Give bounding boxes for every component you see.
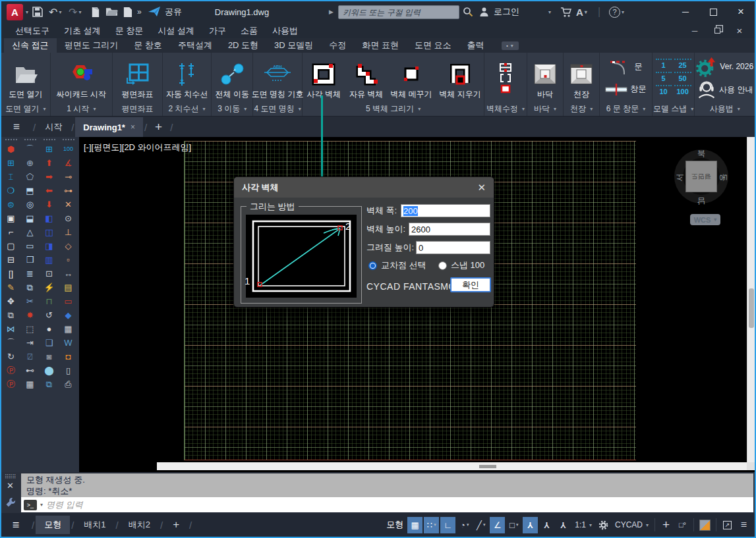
ribbon-tab-4[interactable]: 주택설계 <box>170 38 220 53</box>
dialog-title-bar[interactable]: 사각 벽체 ✕ <box>234 177 494 198</box>
cycad-start-button[interactable]: 싸이캐드 시작 <box>57 57 106 100</box>
wcs-dropdown[interactable]: WCS▾ <box>690 214 720 225</box>
stretch-down-icon[interactable]: ⬇ <box>42 198 57 211</box>
group-label[interactable]: 6 문 창문▾ <box>600 102 652 116</box>
app-logo-icon[interactable]: A <box>7 4 23 20</box>
compass-west-label[interactable]: 서 <box>674 174 685 182</box>
snap-100-radio[interactable]: 스냅 100 <box>438 259 484 271</box>
share-label[interactable]: 공유 <box>165 4 182 20</box>
zoom-flash-icon[interactable]: ⚡ <box>42 281 57 294</box>
plan-coords-button[interactable]: 평면좌표 <box>121 57 153 100</box>
doc-close-button[interactable]: × <box>728 23 751 38</box>
zoom-window-icon[interactable]: ⊡ <box>42 267 57 281</box>
move-icon[interactable]: ✥ <box>3 294 19 308</box>
layout-tab-layout1[interactable]: 배치1 <box>75 516 114 534</box>
mirror-icon[interactable]: ⋈ <box>3 322 19 336</box>
grid-display-toggle[interactable]: ▦ <box>407 517 422 533</box>
copy-3d-icon[interactable]: ⧉ <box>22 281 38 294</box>
save-icon[interactable] <box>32 4 44 20</box>
camera-icon[interactable]: ◙ <box>42 350 57 363</box>
ortho-mode-toggle[interactable]: ∟ <box>440 517 455 533</box>
doc-tabs-menu-icon[interactable]: ≡ <box>1 117 32 137</box>
window-3d-icon[interactable]: ▥ <box>42 253 57 267</box>
palette-grip[interactable] <box>44 139 55 140</box>
layout-copy-icon[interactable]: ⧉ <box>42 377 57 391</box>
open-drawing-button[interactable]: 도면 열기 <box>9 57 42 100</box>
pdf-3d-icon[interactable]: ❑ <box>42 336 57 350</box>
palette-grip[interactable] <box>24 139 36 140</box>
box-3d-icon[interactable]: ⬒ <box>22 184 38 198</box>
customize-statusbar-icon[interactable]: ≡ <box>736 517 751 533</box>
new-sheet-icon[interactable] <box>123 4 132 20</box>
scissors-icon[interactable]: ✂ <box>22 294 38 308</box>
draw-elevation-input[interactable] <box>416 241 490 254</box>
search-icon[interactable] <box>463 4 473 20</box>
command-history[interactable]: 모형 재생성 중. 명령: *취소* <box>21 473 753 497</box>
new-tab-button[interactable]: + <box>148 117 169 137</box>
copy-icon[interactable]: ⧉ <box>3 308 19 322</box>
ucs-grid-icon[interactable]: ⊞ <box>42 142 57 156</box>
ok-button[interactable]: 확인 <box>450 277 491 292</box>
intersection-radio[interactable]: 교차점 선택 <box>368 259 426 271</box>
viewport-controls[interactable]: [-][평면도][2D 와이어프레임] <box>84 142 191 153</box>
ribbon-tab-5[interactable]: 2D 도형 <box>220 38 266 53</box>
snap-100-icon[interactable]: 100 <box>61 142 76 156</box>
app-menu-caret-icon[interactable]: ▾ <box>24 4 28 20</box>
move-all-icon[interactable]: ❍ <box>3 184 19 198</box>
isolate-objects-icon[interactable]: □° <box>675 517 690 533</box>
drawing-label-button[interactable]: ARH 도면 명칭 기호 <box>252 57 304 100</box>
wall-erase-button[interactable]: 벽체 지우기 <box>436 57 484 100</box>
command-input-row[interactable]: >_ ▾ <box>21 497 753 512</box>
horizontal-scrollbar-handle[interactable] <box>479 465 496 468</box>
group-label[interactable]: 1 시작▾ <box>51 102 113 116</box>
osnap-tracking-toggle[interactable]: ∠ <box>490 517 505 533</box>
exchange-apps-icon[interactable]: A▾ <box>576 4 587 20</box>
minimize-button[interactable]: ─ <box>672 1 699 22</box>
ribbon-tab-2[interactable]: 평면도 그리기 <box>57 38 127 53</box>
dialog-close-icon[interactable]: ✕ <box>477 182 486 194</box>
snap-50-button[interactable]: 50 <box>674 72 691 85</box>
tab-drawing1[interactable]: Drawing1*× <box>75 117 143 137</box>
ribbon-tab-9[interactable]: 도면 요소 <box>407 38 459 53</box>
snap-10-button[interactable]: 10 <box>656 85 672 98</box>
move-all-button[interactable]: 전체 이동 <box>216 57 249 100</box>
erase-icon[interactable]: ✎ <box>3 281 19 294</box>
radio-checked-icon[interactable] <box>368 261 377 270</box>
box-blue-icon[interactable]: ◧ <box>42 211 57 225</box>
polar-tracking-toggle[interactable]: ◔▾ <box>457 517 472 533</box>
doc-new-icon[interactable]: ▯ <box>61 363 76 377</box>
sphere-icon[interactable]: ● <box>42 322 57 336</box>
annotation-autoscale-toggle[interactable]: Y <box>539 517 554 533</box>
door-3d-icon[interactable]: ◫ <box>42 225 57 239</box>
clean-screen-icon[interactable]: ↗ <box>720 517 735 533</box>
boundary-icon[interactable]: ⬚ <box>22 322 38 336</box>
ruler-icon[interactable]: ▤ <box>61 281 76 294</box>
pline-2-icon[interactable]: Ⓟ <box>3 377 19 391</box>
wall-erase-icon[interactable]: ▢ <box>3 239 19 253</box>
intersection-icon[interactable]: ✕ <box>61 198 76 211</box>
pyramid-icon[interactable]: △ <box>22 225 38 239</box>
isometric-drafting-toggle[interactable]: ╱▾ <box>473 517 488 533</box>
command-prompt-caret-icon[interactable]: ▾ <box>40 502 43 508</box>
printer-icon[interactable]: ⎙ <box>61 377 76 391</box>
cart-icon[interactable] <box>560 4 572 20</box>
image-capture-icon[interactable]: ◘ <box>61 350 76 363</box>
arc-icon[interactable]: ⌒ <box>22 142 38 156</box>
object-snap-toggle[interactable]: □▾ <box>506 517 521 533</box>
snap-25-button[interactable]: 25 <box>674 59 691 72</box>
palette-grip[interactable] <box>5 139 17 140</box>
share-plane-icon[interactable] <box>148 4 161 20</box>
ceiling-button[interactable]: 천장 <box>568 57 595 100</box>
quadrant-icon[interactable]: ◇ <box>61 239 76 253</box>
door-2-icon[interactable]: ◨ <box>42 239 57 253</box>
tab-start[interactable]: 시작 <box>37 117 70 137</box>
compass-north-label[interactable]: 북 <box>697 148 705 159</box>
viewport-red-icon[interactable]: ▭ <box>61 294 76 308</box>
ribbon-tab-3[interactable]: 문 창호 <box>126 38 170 53</box>
annotation-scale-chip[interactable]: 1:1▾ <box>572 517 595 533</box>
ribbon-collapse-button[interactable]: ▪▾ <box>502 41 519 50</box>
command-prompt-icon[interactable]: >_ <box>24 500 37 510</box>
endpoint-icon[interactable]: ⊸ <box>61 170 76 184</box>
user-icon[interactable] <box>479 4 490 20</box>
measure-icon[interactable]: ⊷ <box>22 363 38 377</box>
